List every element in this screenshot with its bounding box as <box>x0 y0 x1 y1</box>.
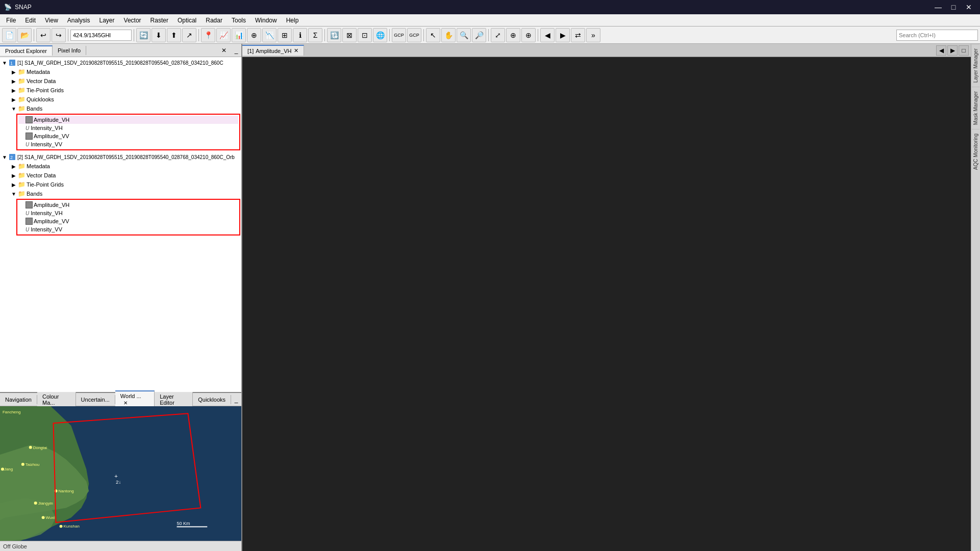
sar-image-canvas[interactable] <box>242 57 971 551</box>
maximize-button[interactable]: □ <box>946 2 961 12</box>
p1-tiepoint-toggle[interactable]: ▶ <box>10 87 17 94</box>
mosaic-button[interactable]: ⊠ <box>342 28 357 42</box>
p1-amplitude-vh-row[interactable]: Amplitude_VH <box>18 116 238 124</box>
nav-panel-minimize[interactable]: _ <box>231 395 241 405</box>
undo-button[interactable]: ↩ <box>36 28 51 42</box>
p2-amplitude-vh-row[interactable]: Amplitude_VH <box>18 201 238 209</box>
tab-quicklooks[interactable]: Quicklooks <box>193 395 231 404</box>
p1-vector-toggle[interactable]: ▶ <box>10 77 17 85</box>
sidebar-mask-manager[interactable]: Mask Manager <box>972 87 979 129</box>
menu-vector[interactable]: Vector <box>120 16 145 25</box>
chart-button[interactable]: 📉 <box>262 28 277 42</box>
pe-collapse-button[interactable]: _ <box>231 45 241 56</box>
menu-optical[interactable]: Optical <box>173 16 200 25</box>
p2-intensity-vv-row[interactable]: U Intensity_VV <box>18 225 238 233</box>
prev-button[interactable]: ◀ <box>540 28 555 42</box>
zoom-in-button[interactable]: 🔍 <box>457 28 471 42</box>
gcp-button[interactable]: GCP <box>392 28 406 42</box>
p1-bands-toggle[interactable]: ▼ <box>10 105 17 112</box>
sync-button[interactable]: ⇄ <box>571 28 585 42</box>
p1-intensity-vh-row[interactable]: U Intensity_VH <box>18 124 238 132</box>
sidebar-aqc-monitoring[interactable]: AQC Monitoring <box>972 129 979 174</box>
p1-amplitude-vv-row[interactable]: Amplitude_VV <box>18 132 238 140</box>
export2-button[interactable]: ↗ <box>182 28 196 42</box>
table-button[interactable]: ⊞ <box>278 28 292 42</box>
coord-input[interactable] <box>70 30 132 41</box>
menu-window[interactable]: Window <box>251 16 281 25</box>
tab-uncertainty[interactable]: Uncertain... <box>76 395 115 404</box>
p2-intensity-vh-row[interactable]: U Intensity_VH <box>18 209 238 217</box>
p1-tiepoint-row[interactable]: ▶ 📁 Tie-Point Grids <box>1 86 240 95</box>
export-button[interactable]: ⬆ <box>167 28 181 42</box>
menu-layer[interactable]: Layer <box>95 16 119 25</box>
stats-button[interactable]: Σ <box>308 28 322 42</box>
product-1-row[interactable]: ▼ 1 [1] S1A_IW_GRDH_1SDV_20190828T095515… <box>1 58 240 67</box>
close-button[interactable]: ✕ <box>962 2 976 12</box>
p1-quicklooks-row[interactable]: ▶ 📁 Quicklooks <box>1 95 240 104</box>
tab-pixel-info[interactable]: Pixel Info <box>53 46 86 55</box>
tab-colour-map[interactable]: Colour Ma... <box>37 392 76 407</box>
menu-radar[interactable]: Radar <box>202 16 227 25</box>
menu-help[interactable]: Help <box>282 16 303 25</box>
world-map[interactable]: Dongtai Taizhou Jang Nantong Jiangyin Wu… <box>0 406 241 541</box>
zoom-fit-button[interactable]: ⤢ <box>491 28 505 42</box>
product-2-row[interactable]: ▼ 2 [2] S1A_IW_GRDH_1SDV_20190828T095515… <box>1 152 240 162</box>
tab-navigation[interactable]: Navigation <box>0 395 37 404</box>
open-button[interactable]: 📂 <box>17 28 32 42</box>
viewer-tab-close[interactable]: ✕ <box>294 47 298 54</box>
p2-vector-row[interactable]: ▶ 📁 Vector Data <box>1 171 240 180</box>
p1-metadata-row[interactable]: ▶ 📁 Metadata <box>1 67 240 76</box>
pan-button[interactable]: ✋ <box>441 28 456 42</box>
more-button[interactable]: » <box>586 28 600 42</box>
tab-amplitude-vh[interactable]: [1] Amplitude_VH ✕ <box>242 45 304 56</box>
gcp2-button[interactable]: GCP <box>407 28 421 42</box>
redo-button[interactable]: ↪ <box>52 28 66 42</box>
roam-button[interactable]: 🔃 <box>327 28 341 42</box>
p2-tiepoint-row[interactable]: ▶ 📁 Tie-Point Grids <box>1 180 240 189</box>
scatter-button[interactable]: ⊕ <box>247 28 261 42</box>
sidebar-layer-manager[interactable]: Layer Manager <box>972 44 979 87</box>
viewer-prev-button[interactable]: ◀ <box>936 45 946 56</box>
viewer-maximize-button[interactable]: □ <box>959 45 969 56</box>
info-button[interactable]: ℹ <box>293 28 307 42</box>
menu-view[interactable]: View <box>41 16 62 25</box>
next-button[interactable]: ▶ <box>556 28 570 42</box>
menu-file[interactable]: File <box>2 16 20 25</box>
tab-product-explorer[interactable]: Product Explorer <box>0 45 53 56</box>
search-input[interactable] <box>896 30 978 41</box>
menu-analysis[interactable]: Analysis <box>63 16 94 25</box>
menu-edit[interactable]: Edit <box>21 16 40 25</box>
pe-close-button[interactable]: ✕ <box>219 45 229 56</box>
zoom-out-button[interactable]: 🔎 <box>472 28 486 42</box>
p1-quicklooks-toggle[interactable]: ▶ <box>10 96 17 103</box>
pin-button[interactable]: 📍 <box>201 28 215 42</box>
reproject-button[interactable]: 🌐 <box>373 28 387 42</box>
p2-bands-row[interactable]: ▼ 📁 Bands <box>1 189 240 198</box>
refresh-button[interactable]: 🔄 <box>136 28 150 42</box>
p1-bands-row[interactable]: ▼ 📁 Bands <box>1 104 240 113</box>
p1-metadata-toggle[interactable]: ▶ <box>10 68 17 75</box>
p2-tiepoint-toggle[interactable]: ▶ <box>10 181 17 188</box>
p1-vector-row[interactable]: ▶ 📁 Vector Data <box>1 76 240 86</box>
cursor-button[interactable]: ↖ <box>426 28 440 42</box>
tab-layer-editor[interactable]: Layer Editor <box>155 392 193 407</box>
minimize-button[interactable]: — <box>931 2 945 12</box>
product-2-toggle[interactable]: ▼ <box>1 153 8 161</box>
import-button[interactable]: ⬇ <box>152 28 166 42</box>
viewer-next-button[interactable]: ▶ <box>947 45 958 56</box>
menu-raster[interactable]: Raster <box>146 16 172 25</box>
product-1-toggle[interactable]: ▼ <box>1 59 8 66</box>
menu-tools[interactable]: Tools <box>228 16 250 25</box>
new-button[interactable]: 📄 <box>2 28 16 42</box>
p1-intensity-vv-row[interactable]: U Intensity_VV <box>18 140 238 148</box>
p2-bands-toggle[interactable]: ▼ <box>10 190 17 197</box>
p2-metadata-toggle[interactable]: ▶ <box>10 163 17 170</box>
hist-button[interactable]: 📊 <box>232 28 246 42</box>
collocate-button[interactable]: ⊡ <box>358 28 372 42</box>
zoom-100-button[interactable]: ⊕ <box>506 28 520 42</box>
profile-button[interactable]: 📈 <box>216 28 231 42</box>
p2-amplitude-vv-row[interactable]: Amplitude_VV <box>18 217 238 225</box>
p2-metadata-row[interactable]: ▶ 📁 Metadata <box>1 162 240 171</box>
zoom-200-button[interactable]: ⊕ <box>521 28 536 42</box>
p2-vector-toggle[interactable]: ▶ <box>10 172 17 179</box>
